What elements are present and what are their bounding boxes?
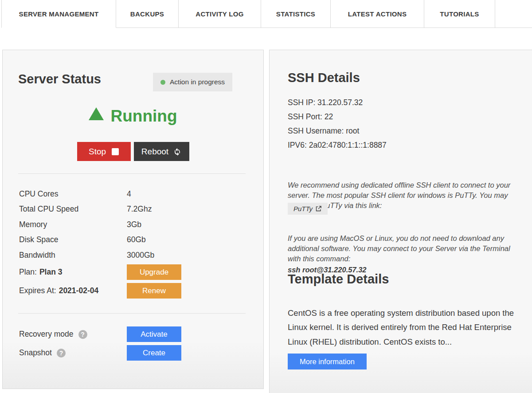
badge-label: Action in progress <box>170 78 225 86</box>
divider <box>18 313 246 314</box>
spec-row-bandwidth: Bandwidth 3000Gb <box>19 248 246 263</box>
template-description: CentOS is a free operating system distri… <box>288 306 516 350</box>
expires-label: Expires At: <box>19 286 56 295</box>
green-dot-icon <box>160 80 165 85</box>
terminal-note-text: If you are using MacOS or Linux, you do … <box>288 234 510 263</box>
server-specs: CPU Cores 4 Total CPU Speed 7.2Ghz Memor… <box>19 186 246 263</box>
spec-value: 3Gb <box>127 220 141 229</box>
tab-latest-actions[interactable]: LATEST ACTIONS <box>331 0 424 28</box>
stop-button-label: Stop <box>89 147 106 157</box>
tab-tutorials[interactable]: TUTORIALS <box>424 0 495 28</box>
putty-link[interactable]: PuTTy <box>288 203 328 215</box>
spec-row-cpu-speed: Total CPU Speed 7.2Ghz <box>19 202 246 217</box>
spec-value: 4 <box>127 189 131 199</box>
recovery-mode-row: Recovery mode <box>19 326 87 342</box>
ssh-username: SSH Username: root <box>288 124 387 138</box>
ssh-details-card: SSH Details SSH IP: 31.220.57.32 SSH Por… <box>269 50 532 393</box>
create-button[interactable]: Create <box>127 345 181 361</box>
spec-row-memory: Memory 3Gb <box>19 217 246 232</box>
snapshot-row: Snapshot <box>19 345 66 361</box>
divider <box>18 173 246 174</box>
tab-activity-log[interactable]: ACTIVITY LOG <box>179 0 261 28</box>
reboot-button-label: Reboot <box>141 147 168 157</box>
activate-button[interactable]: Activate <box>127 326 181 342</box>
expires-value: 2021-02-04 <box>59 286 99 295</box>
plan-label: Plan: <box>19 267 37 277</box>
tab-server-management[interactable]: SERVER MANAGEMENT <box>1 0 116 28</box>
tab-bar-filler <box>495 0 532 28</box>
spec-value: 3000Gb <box>127 251 154 260</box>
spec-label: Memory <box>19 220 127 229</box>
power-actions: Stop Reboot <box>3 142 263 161</box>
server-state-label: Running <box>110 107 177 125</box>
spec-row-cpu-cores: CPU Cores 4 <box>19 186 246 202</box>
spec-row-disk-space: Disk Space 60Gb <box>19 232 246 248</box>
renew-button[interactable]: Renew <box>127 283 181 299</box>
spec-label: Total CPU Speed <box>19 204 127 214</box>
plan-row: Plan: Plan 3 <box>19 264 62 280</box>
expires-row: Expires At: 2021-02-04 <box>19 283 98 299</box>
ssh-port: SSH Port: 22 <box>288 110 387 124</box>
help-icon[interactable] <box>78 330 87 339</box>
tab-backups[interactable]: BACKUPS <box>116 0 179 28</box>
help-icon[interactable] <box>57 349 66 358</box>
tab-statistics[interactable]: STATISTICS <box>261 0 331 28</box>
refresh-icon <box>173 148 181 156</box>
plan-value: Plan 3 <box>39 267 63 277</box>
ssh-ipv6: IPV6: 2a02:4780:1:1::1:8887 <box>288 138 387 152</box>
reboot-button[interactable]: Reboot <box>134 142 189 161</box>
stop-button[interactable]: Stop <box>77 142 131 161</box>
spec-value: 60Gb <box>127 235 146 244</box>
external-link-icon <box>315 205 322 212</box>
server-status-card: Server Status Action in progress Running… <box>2 50 264 389</box>
triangle-up-icon <box>89 107 104 120</box>
template-details-title: Template Details <box>288 272 389 287</box>
stop-square-icon <box>112 148 119 155</box>
action-in-progress-badge: Action in progress <box>153 73 232 91</box>
spec-value: 7.2Ghz <box>127 204 152 214</box>
snapshot-label: Snapshot <box>19 348 52 358</box>
spec-label: Disk Space <box>19 235 127 244</box>
spec-label: Bandwidth <box>19 251 127 260</box>
server-state: Running <box>3 107 263 126</box>
putty-link-label: PuTTy <box>293 205 313 212</box>
terminal-note: If you are using MacOS or Linux, you do … <box>288 233 516 275</box>
recovery-mode-label: Recovery mode <box>19 330 74 339</box>
server-status-title: Server Status <box>18 72 101 86</box>
ssh-info: SSH IP: 31.220.57.32 SSH Port: 22 SSH Us… <box>288 95 387 152</box>
tab-bar: SERVER MANAGEMENT BACKUPS ACTIVITY LOG S… <box>0 0 532 28</box>
spec-label: CPU Cores <box>19 189 127 199</box>
upgrade-button[interactable]: Upgrade <box>127 264 181 280</box>
more-information-button[interactable]: More information <box>288 354 367 369</box>
ssh-details-title: SSH Details <box>288 71 360 85</box>
ssh-ip: SSH IP: 31.220.57.32 <box>288 95 387 110</box>
